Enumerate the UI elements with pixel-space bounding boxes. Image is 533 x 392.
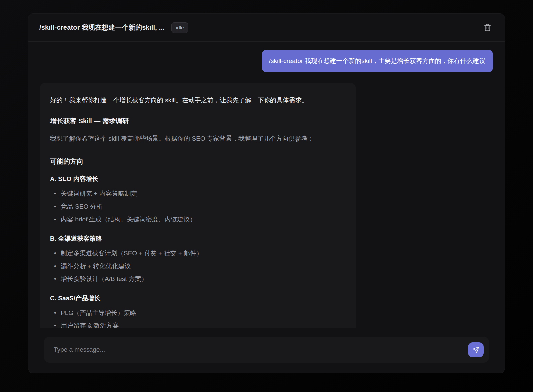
assistant-intro-paragraph: 好的！我来帮你打造一个增长获客方向的 skill。在动手之前，让我先了解一下你的… (50, 96, 346, 105)
message-input[interactable] (53, 346, 463, 354)
directions-heading: 可能的方向 (50, 157, 346, 166)
delete-conversation-button[interactable] (481, 21, 494, 34)
send-button[interactable] (468, 342, 484, 357)
chat-window: /skill-creator 我现在想建一个新的skill, ... idle … (28, 13, 505, 373)
survey-description: 我想了解你希望这个 skill 覆盖哪些场景。根据你的 SEO 专家背景，我整理… (50, 134, 346, 143)
group-a-list: 关键词研究 + 内容策略制定 竞品 SEO 分析 内容 brief 生成（结构、… (50, 189, 346, 224)
conversation-title: /skill-creator 我现在想建一个新的skill, ... (39, 23, 165, 32)
group-c-heading: C. SaaS/产品增长 (50, 294, 346, 303)
list-item: 增长实验设计（A/B test 方案） (50, 274, 346, 284)
list-item: 制定多渠道获客计划（SEO + 付费 + 社交 + 邮件） (50, 249, 346, 258)
group-a-heading: A. SEO 内容增长 (50, 174, 346, 184)
list-item: 用户留存 & 激活方案 (50, 321, 346, 328)
window-header: /skill-creator 我现在想建一个新的skill, ... idle (28, 14, 505, 42)
message-list[interactable]: /skill-creator 我现在想建一个新的skill，主要是增长获客方面的… (28, 42, 505, 328)
list-item: PLG（产品主导增长）策略 (50, 308, 346, 318)
composer-area (28, 328, 505, 373)
group-c-list: PLG（产品主导增长）策略 用户留存 & 激活方案 (50, 308, 346, 328)
user-message-row: /skill-creator 我现在想建一个新的skill，主要是增长获客方面的… (40, 50, 493, 72)
assistant-message-card: 好的！我来帮你打造一个增长获客方向的 skill。在动手之前，让我先了解一下你的… (40, 83, 356, 328)
list-item: 漏斗分析 + 转化优化建议 (50, 262, 346, 271)
user-message-bubble: /skill-creator 我现在想建一个新的skill，主要是增长获客方面的… (262, 50, 493, 72)
status-badge: idle (171, 22, 188, 33)
survey-heading: 增长获客 Skill — 需求调研 (50, 116, 346, 125)
group-b-list: 制定多渠道获客计划（SEO + 付费 + 社交 + 邮件） 漏斗分析 + 转化优… (50, 249, 346, 284)
send-icon (472, 346, 479, 353)
message-input-container (44, 337, 489, 363)
list-item: 内容 brief 生成（结构、关键词密度、内链建议） (50, 215, 346, 224)
group-b-heading: B. 全渠道获客策略 (50, 234, 346, 243)
list-item: 关键词研究 + 内容策略制定 (50, 189, 346, 198)
trash-icon (484, 24, 491, 31)
list-item: 竞品 SEO 分析 (50, 202, 346, 211)
